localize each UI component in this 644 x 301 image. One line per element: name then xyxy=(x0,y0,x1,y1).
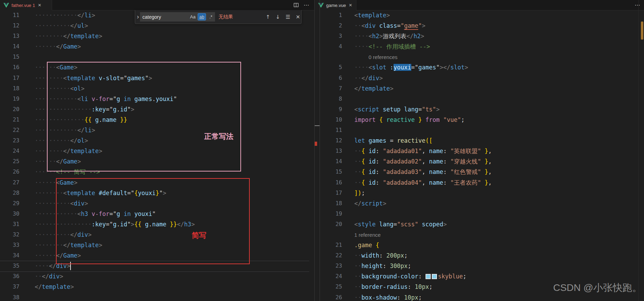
editor-group-border[interactable] xyxy=(314,0,315,301)
code-line[interactable]: 28········<template #default="{youxi}"> xyxy=(0,188,314,198)
code-text xyxy=(19,292,314,301)
code-line[interactable]: 19············<li v-for="g in games.youx… xyxy=(0,94,314,104)
close-icon[interactable]: ✕ xyxy=(38,3,41,8)
code-line[interactable]: 6··</div> xyxy=(320,73,638,83)
close-icon[interactable]: ✕ xyxy=(349,3,352,8)
next-match-icon[interactable]: ↓ xyxy=(276,14,280,20)
code-line[interactable]: 15··{ id: "adadada03", name: "红色警戒" }, xyxy=(320,167,638,177)
toggle-replace-icon[interactable]: › xyxy=(137,13,139,20)
code-line[interactable]: 5····<slot :youxi="games"></slot> xyxy=(320,62,638,73)
code-line[interactable]: 3····<h2>游戏列表</h2> xyxy=(320,31,638,41)
code-text: ····<h2>游戏列表</h2> xyxy=(342,31,638,41)
code-line[interactable]: 18</script> xyxy=(320,198,638,209)
previous-match-icon[interactable]: ↑ xyxy=(266,14,270,20)
code-line[interactable]: 35····</div> xyxy=(0,261,314,271)
codelens-row[interactable]: 1 reference xyxy=(320,229,638,240)
regex-icon[interactable]: .* xyxy=(207,13,215,20)
more-actions-icon[interactable]: ⋯ xyxy=(304,2,309,8)
code-line[interactable]: 23··········</ol> xyxy=(0,135,314,146)
whitespace-dots: ·········· xyxy=(35,85,70,92)
code-line[interactable]: 9<script setup lang="ts"> xyxy=(320,104,638,115)
code-line[interactable]: 13········</template> xyxy=(0,31,314,41)
whitespace-dots: ···· xyxy=(35,262,49,269)
code-line[interactable]: 16······<Game> xyxy=(0,62,314,73)
code-line[interactable]: 33········</template> xyxy=(0,240,314,250)
code-line[interactable]: 38 xyxy=(0,292,314,301)
code-text xyxy=(19,52,314,62)
split-editor-icon[interactable] xyxy=(294,2,299,8)
code-line[interactable]: 11 xyxy=(320,125,638,135)
line-number: 13 xyxy=(320,146,342,156)
code-line[interactable]: 22··width: 200px; xyxy=(320,250,638,261)
code-text: <script setup lang="ts"> xyxy=(342,104,638,115)
code-line[interactable]: 26······<!-- 简写 --> xyxy=(0,167,314,177)
more-actions-icon[interactable]: ⋯ xyxy=(635,2,641,8)
code-line[interactable]: 27······<Game> xyxy=(0,177,314,188)
find-in-selection-icon[interactable]: ☰ xyxy=(286,14,290,20)
code-line[interactable]: 15 xyxy=(0,52,314,62)
code-text: </template> xyxy=(19,282,314,292)
code-line[interactable]: 8 xyxy=(320,94,638,104)
code-line[interactable]: 31················:key="g.id">{{ g.name … xyxy=(0,219,314,229)
code-line[interactable]: 32··········</div> xyxy=(0,229,314,240)
code-line[interactable]: 13··{ id: "adadada01", name: "英雄联盟" }, xyxy=(320,146,638,156)
search-input[interactable] xyxy=(140,12,191,22)
whole-word-icon[interactable]: ab xyxy=(198,13,206,20)
code-line[interactable]: 19 xyxy=(320,209,638,219)
code-line[interactable]: 18··········<ol> xyxy=(0,83,314,94)
whitespace-dots: ···· xyxy=(354,33,369,40)
code-line[interactable]: 24········</template> xyxy=(0,146,314,156)
line-number: 26 xyxy=(0,167,19,177)
code-line[interactable]: 23··height: 300px; xyxy=(320,261,638,271)
code-line[interactable]: 14··{ id: "adadada02", name: "穿越火线" }, xyxy=(320,156,638,167)
tab-game-vue[interactable]: game.vue ✕ xyxy=(315,0,356,10)
line-number: 13 xyxy=(0,31,19,41)
code-line[interactable]: 37</template> xyxy=(0,282,314,292)
line-number: 21 xyxy=(0,115,19,125)
code-line[interactable]: 17]); xyxy=(320,188,638,198)
code-line[interactable]: 4····<!-- 作用域插槽 --> xyxy=(320,41,638,52)
line-number: 15 xyxy=(0,52,19,62)
line-number: 17 xyxy=(320,188,342,198)
close-icon[interactable]: ✕ xyxy=(296,14,300,20)
line-number: 16 xyxy=(320,177,342,188)
codelens-row[interactable]: 0 references xyxy=(320,52,638,62)
color-swatch[interactable] xyxy=(432,274,437,279)
code-line[interactable]: 16··{ id: "adadada04", name: "王者农药" }, xyxy=(320,177,638,188)
code-line[interactable]: 25······</Game> xyxy=(0,156,314,167)
right-overview-ruler-mark[interactable] xyxy=(641,22,643,40)
code-line[interactable]: 10import { reactive } from "vue"; xyxy=(320,115,638,125)
line-number: 12 xyxy=(320,135,342,146)
tab-label: father.vue 1 xyxy=(11,3,35,8)
code-line[interactable]: 29··········<div> xyxy=(0,198,314,209)
code-line[interactable]: 20················:key="g.id"> xyxy=(0,104,314,115)
code-line[interactable]: 2··<div class="game"> xyxy=(320,20,638,31)
line-number: 1 xyxy=(320,10,342,20)
code-line[interactable]: 7</template> xyxy=(320,83,638,94)
color-swatch[interactable] xyxy=(426,274,431,279)
line-number: 29 xyxy=(0,198,19,209)
whitespace-dots: ················ xyxy=(35,106,92,113)
editor-game-vue[interactable]: 1<template>2··<div class="game">3····<h2… xyxy=(320,10,638,301)
code-line[interactable]: 34······</Game> xyxy=(0,250,314,261)
match-case-icon[interactable]: Aa xyxy=(189,13,197,20)
code-text: ······</Game> xyxy=(19,250,314,261)
code-line[interactable]: 1<template> xyxy=(320,10,638,20)
code-text: ················:key="g.id"> xyxy=(19,104,314,115)
code-line[interactable]: 14······</Game> xyxy=(0,41,314,52)
code-line[interactable]: 20<style lang="scss" scoped> xyxy=(320,219,638,229)
code-line[interactable]: 21.game { xyxy=(320,240,638,250)
code-line[interactable]: 24··background-color: skyblue; xyxy=(320,271,638,282)
editor-father-vue[interactable]: 11············</li>12··········</ul>13··… xyxy=(0,10,314,301)
code-line[interactable]: 36··</div> xyxy=(0,271,314,282)
code-line[interactable]: 30············<h3 v-for="g in youxi" xyxy=(0,209,314,219)
editor-group-border-2 xyxy=(320,0,320,301)
tab-father-vue[interactable]: father.vue 1 ✕ xyxy=(0,0,52,10)
code-line[interactable]: 21··············{{ g.name }} xyxy=(0,115,314,125)
whitespace-dots: ·· xyxy=(354,22,361,29)
code-text: ··{ id: "adadada03", name: "红色警戒" }, xyxy=(342,167,638,177)
line-number: 35 xyxy=(0,261,19,271)
code-line[interactable]: 12let games = reactive([ xyxy=(320,135,638,146)
code-line[interactable]: 22············</li> xyxy=(0,125,314,135)
code-line[interactable]: 17········<template v-slot="games"> xyxy=(0,73,314,83)
